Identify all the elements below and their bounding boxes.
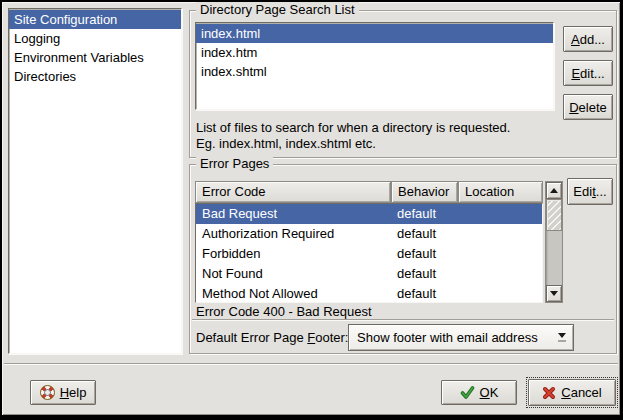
cell-location <box>458 204 542 224</box>
directory-frame-legend: Directory Page Search List <box>196 2 359 18</box>
sidebar-item-logging[interactable]: Logging <box>9 29 181 48</box>
check-icon <box>460 385 475 400</box>
file-item-index-shtml[interactable]: index.shtml <box>196 62 553 81</box>
error-pages-table: Error Code Behavior Location Bad Request… <box>195 181 543 303</box>
edit-error-page-button[interactable]: Edit... <box>567 178 613 205</box>
cell-behavior: default <box>391 224 458 244</box>
error-pages-table-header: Error Code Behavior Location <box>195 181 543 203</box>
httpd-site-configuration-window: Site Configuration Logging Environment V… <box>0 0 623 420</box>
edit-file-button[interactable]: Edit... <box>563 60 613 86</box>
category-list: Site Configuration Logging Environment V… <box>8 8 182 354</box>
ok-button-label: OK <box>480 385 499 400</box>
table-row-not-found[interactable]: Not Found default <box>196 264 542 284</box>
default-error-footer-label: Default Error Page Footer: <box>196 330 348 345</box>
file-list-description-line1: List of files to search for when a direc… <box>196 120 510 136</box>
file-item-index-htm[interactable]: index.htm <box>196 43 553 62</box>
edit-file-button-label: Edit... <box>571 66 604 81</box>
cell-behavior: default <box>391 284 458 304</box>
file-item-index-html[interactable]: index.html <box>196 24 553 43</box>
action-area-separator <box>4 363 618 365</box>
cell-error-code: Not Found <box>196 264 391 284</box>
error-pages-legend: Error Pages <box>196 156 273 172</box>
sidebar-item-site-configuration[interactable]: Site Configuration <box>9 10 181 29</box>
cell-error-code: Bad Request <box>196 204 391 224</box>
column-header-location[interactable]: Location <box>458 181 543 203</box>
error-pages-table-body: Bad Request default Authorization Requir… <box>195 203 543 303</box>
cell-location <box>458 284 542 304</box>
cell-location <box>458 244 542 264</box>
arrow-up-icon <box>550 188 558 193</box>
ok-button[interactable]: OK <box>441 380 517 405</box>
table-row-bad-request[interactable]: Bad Request default <box>196 204 542 224</box>
edit-error-page-button-label: Edit... <box>573 184 606 199</box>
column-header-behavior[interactable]: Behavior <box>391 181 458 203</box>
error-pages-scrollbar <box>545 181 563 303</box>
table-row-authorization-required[interactable]: Authorization Required default <box>196 224 542 244</box>
add-button-label: Add... <box>571 32 605 47</box>
help-icon <box>40 385 55 400</box>
cancel-button-label: Cancel <box>561 385 601 400</box>
cell-behavior: default <box>391 204 458 224</box>
cancel-button[interactable]: Cancel <box>528 379 616 406</box>
cross-icon <box>542 386 556 400</box>
cell-error-code: Forbidden <box>196 244 391 264</box>
frame-separator <box>192 319 614 321</box>
help-button[interactable]: Help <box>30 380 96 405</box>
delete-file-button-label: Delete <box>569 100 607 115</box>
cancel-button-focus-ring: Cancel <box>526 377 618 408</box>
file-list-description-line2: Eg. index.html, index.shtml etc. <box>196 136 376 152</box>
add-button[interactable]: Add... <box>563 26 613 52</box>
cell-behavior: default <box>391 244 458 264</box>
help-button-label: Help <box>60 385 87 400</box>
sidebar-item-environment-variables[interactable]: Environment Variables <box>9 48 181 67</box>
cell-location <box>458 264 542 284</box>
default-error-footer-select[interactable]: Show footer with email address <box>348 324 574 351</box>
table-row-method-not-allowed[interactable]: Method Not Allowed default <box>196 284 542 304</box>
delete-file-button[interactable]: Delete <box>563 94 613 120</box>
cell-error-code: Authorization Required <box>196 224 391 244</box>
sidebar-item-directories[interactable]: Directories <box>9 67 181 86</box>
arrow-down-icon <box>550 291 558 296</box>
dropdown-arrow-icon <box>551 325 573 350</box>
selected-footer-option: Show footer with email address <box>349 330 551 345</box>
directory-file-list: index.html index.htm index.shtml <box>195 22 554 110</box>
table-row-forbidden[interactable]: Forbidden default <box>196 244 542 264</box>
error-code-status: Error Code 400 - Bad Request <box>196 304 372 319</box>
scrollbar-thumb[interactable] <box>546 199 562 231</box>
column-header-error-code[interactable]: Error Code <box>195 181 391 203</box>
scrollbar-up-button[interactable] <box>546 182 562 199</box>
cell-location <box>458 224 542 244</box>
scrollbar-down-button[interactable] <box>546 285 562 302</box>
cell-error-code: Method Not Allowed <box>196 284 391 304</box>
cell-behavior: default <box>391 264 458 284</box>
